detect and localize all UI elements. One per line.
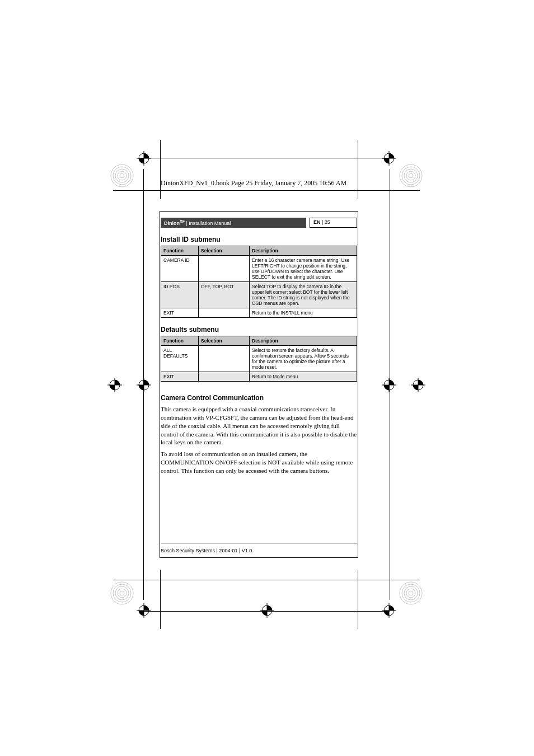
svg-point-11 xyxy=(113,584,131,602)
svg-point-32 xyxy=(139,380,149,390)
table-row: ALL DEFAULTS Select to restore the facto… xyxy=(161,346,357,372)
crop-line xyxy=(143,169,144,600)
cell-function: EXIT xyxy=(161,372,199,382)
crop-line xyxy=(358,570,358,629)
crop-line xyxy=(141,158,390,158)
svg-point-18 xyxy=(406,589,415,598)
svg-point-41 xyxy=(384,605,394,616)
ccc-paragraph-2: To avoid loss of communication on an ins… xyxy=(161,450,357,475)
svg-point-2 xyxy=(115,169,129,182)
crosshair-icon xyxy=(137,378,151,392)
table-defaults: Function Selection Description ALL DEFAU… xyxy=(161,336,357,382)
cell-description: Return to the INSTALL menu xyxy=(250,308,357,318)
crosshair-icon xyxy=(260,603,274,618)
crosshair-icon xyxy=(382,151,396,166)
svg-point-26 xyxy=(110,380,120,390)
table-row: CAMERA ID Enter a 16 character camera na… xyxy=(161,256,357,282)
svg-point-29 xyxy=(413,380,423,390)
cell-description: Return to Mode menu xyxy=(250,372,357,382)
footer-text: Bosch Security Systems | 2004-01 | V1.0 xyxy=(161,548,252,553)
cell-selection xyxy=(199,256,250,282)
registration-mark-icon xyxy=(110,581,134,605)
col-function: Function xyxy=(161,336,199,346)
brand-name: Dinion xyxy=(164,220,180,226)
cell-selection xyxy=(199,372,250,382)
page-content: DinionXF | Installation Manual EN | 25 I… xyxy=(161,212,357,557)
brand-superscript: XF xyxy=(180,219,185,223)
section-title-install-id: Install ID submenu xyxy=(161,236,357,243)
svg-point-0 xyxy=(111,165,133,187)
registration-mark-icon xyxy=(399,581,423,605)
ccc-paragraph-1: This camera is equipped with a coaxial c… xyxy=(161,405,357,447)
svg-point-23 xyxy=(384,153,394,163)
cell-function: ID POS xyxy=(161,282,199,308)
cell-selection: OFF, TOP, BOT xyxy=(199,282,250,308)
crosshair-icon xyxy=(382,378,396,392)
svg-point-19 xyxy=(409,591,413,595)
crop-line xyxy=(390,169,390,600)
table-row: EXIT Return to the INSTALL menu xyxy=(161,308,357,318)
table-install-id: Function Selection Description CAMERA ID… xyxy=(161,246,357,318)
cell-description: Select to restore the factory defaults. … xyxy=(250,346,357,372)
table-row: ID POS OFF, TOP, BOT Select TOP to displ… xyxy=(161,282,357,308)
footer-rule xyxy=(161,543,357,543)
svg-point-38 xyxy=(139,605,149,616)
table-header-row: Function Selection Description xyxy=(161,246,357,256)
col-selection: Selection xyxy=(199,336,250,346)
crop-line xyxy=(160,570,161,629)
svg-point-4 xyxy=(120,173,124,178)
header-page-box: EN | 25 xyxy=(310,218,357,228)
crosshair-icon xyxy=(382,603,396,618)
cell-function: EXIT xyxy=(161,308,199,318)
table-row: EXIT Return to Mode menu xyxy=(161,372,357,382)
svg-point-7 xyxy=(404,169,418,182)
svg-point-8 xyxy=(406,171,415,180)
svg-point-3 xyxy=(118,171,127,180)
crop-line xyxy=(113,190,420,191)
page-number: 25 xyxy=(325,219,330,225)
col-description: Description xyxy=(250,336,357,346)
section-title-defaults: Defaults submenu xyxy=(161,326,357,334)
svg-point-12 xyxy=(115,586,129,600)
svg-point-44 xyxy=(262,605,272,616)
crosshair-icon xyxy=(107,378,122,392)
lang-code: EN xyxy=(313,219,321,225)
cell-selection xyxy=(199,346,250,372)
svg-point-17 xyxy=(404,586,418,600)
crosshair-icon xyxy=(411,378,425,392)
cell-function: ALL DEFAULTS xyxy=(161,346,199,372)
svg-point-6 xyxy=(402,167,420,185)
svg-point-16 xyxy=(402,584,420,602)
crosshair-icon xyxy=(137,151,151,166)
crop-line xyxy=(160,140,161,199)
svg-point-10 xyxy=(111,582,133,604)
svg-point-5 xyxy=(400,165,422,187)
col-selection: Selection xyxy=(199,246,250,256)
svg-point-15 xyxy=(400,582,422,604)
col-description: Description xyxy=(250,246,357,256)
proof-header: DinionXFD_Nv1_0.book Page 25 Friday, Jan… xyxy=(161,179,346,187)
page-sep: | xyxy=(321,219,325,225)
table-header-row: Function Selection Description xyxy=(161,336,357,346)
svg-point-35 xyxy=(384,380,394,390)
section-title-ccc: Camera Control Communication xyxy=(161,394,357,402)
header-title-bar: DinionXF | Installation Manual xyxy=(161,218,306,228)
col-function: Function xyxy=(161,246,199,256)
svg-point-14 xyxy=(120,591,124,595)
crop-line xyxy=(141,611,390,612)
svg-point-9 xyxy=(409,173,413,178)
registration-mark-icon xyxy=(399,163,423,188)
svg-point-20 xyxy=(139,153,149,163)
cell-selection xyxy=(199,308,250,318)
svg-point-1 xyxy=(113,167,131,185)
crosshair-icon xyxy=(137,603,151,618)
crop-line xyxy=(358,140,358,199)
cell-description: Select TOP to display the camera ID in t… xyxy=(250,282,357,308)
cell-function: CAMERA ID xyxy=(161,256,199,282)
cell-description: Enter a 16 character camera name string.… xyxy=(250,256,357,282)
crop-line xyxy=(113,580,420,580)
page-header: DinionXF | Installation Manual EN | 25 xyxy=(161,218,357,228)
svg-point-13 xyxy=(118,589,127,598)
manual-title: Installation Manual xyxy=(189,220,231,226)
registration-mark-icon xyxy=(110,163,134,188)
